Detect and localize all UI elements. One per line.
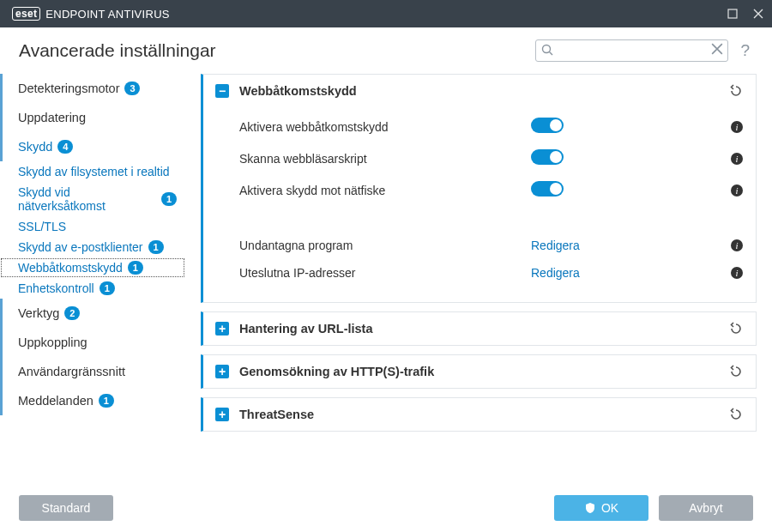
brand: eset ENDPOINT ANTIVIRUS bbox=[12, 7, 170, 21]
sidebar-sub-skydd-filsystem[interactable]: Skydd av filsystemet i realtid bbox=[0, 161, 185, 182]
row-label: Skanna webbläsarskript bbox=[239, 152, 531, 166]
clear-search-icon[interactable] bbox=[711, 43, 723, 55]
panel-head[interactable]: + Hantering av URL-lista bbox=[203, 312, 756, 345]
search-icon bbox=[540, 43, 554, 57]
content: − Webbåtkomstskydd Aktivera webbåtkomsts… bbox=[185, 70, 772, 513]
body: Detekteringsmotor 3 Uppdatering Skydd 4 … bbox=[0, 70, 772, 513]
sidebar-item-verktyg[interactable]: Verktyg 2 bbox=[0, 299, 185, 328]
sidebar-sub-webbatkomst[interactable]: Webbåtkomstskydd 1 bbox=[0, 257, 185, 278]
search-wrap bbox=[535, 39, 728, 62]
sidebar-sub-ssltls[interactable]: SSL/TLS bbox=[0, 216, 185, 237]
window-controls bbox=[727, 9, 763, 19]
badge: 1 bbox=[148, 240, 164, 254]
search-input[interactable] bbox=[535, 39, 728, 62]
sidebar-item-grans[interactable]: Användargränssnitt bbox=[0, 357, 185, 386]
panel-head[interactable]: + ThreatSense bbox=[203, 398, 756, 431]
panel-title: ThreatSense bbox=[239, 408, 314, 421]
button-label: Avbryt bbox=[689, 501, 722, 515]
undo-icon[interactable] bbox=[728, 321, 744, 336]
panel-webbatkomstskydd: − Webbåtkomstskydd Aktivera webbåtkomsts… bbox=[201, 74, 757, 303]
undo-icon[interactable] bbox=[728, 83, 744, 99]
row-label: Aktivera webbåtkomstskydd bbox=[239, 120, 531, 134]
edit-uteslutna-ip[interactable]: Redigera bbox=[531, 266, 580, 280]
svg-text:i: i bbox=[735, 268, 738, 278]
row-uteslutna-ip: Uteslutna IP-adresser Redigera i bbox=[239, 259, 744, 287]
header: Avancerade inställningar ? bbox=[0, 27, 772, 70]
titlebar: eset ENDPOINT ANTIVIRUS bbox=[0, 0, 772, 27]
ok-button[interactable]: OK bbox=[554, 495, 648, 521]
page-title: Avancerade inställningar bbox=[19, 40, 216, 61]
sidebar-item-uppdatering[interactable]: Uppdatering bbox=[0, 103, 185, 132]
info-icon[interactable]: i bbox=[730, 120, 744, 134]
expand-icon: + bbox=[215, 365, 229, 378]
panel-head[interactable]: + Genomsökning av HTTP(S)-trafik bbox=[203, 355, 756, 388]
sidebar-sub-epost[interactable]: Skydd av e-postklienter 1 bbox=[0, 237, 185, 257]
panel-title: Genomsökning av HTTP(S)-trafik bbox=[239, 365, 434, 378]
sidebar-item-label: Meddelanden bbox=[18, 394, 93, 408]
footer: Standard OK Avbryt bbox=[0, 484, 772, 532]
info-icon[interactable]: i bbox=[730, 152, 744, 166]
svg-text:i: i bbox=[735, 154, 738, 164]
row-undantagna-program: Undantagna program Redigera i bbox=[239, 232, 744, 259]
sidebar-item-label: Skydd vid nätverksåtkomst bbox=[18, 185, 156, 213]
row-skanna-skript: Skanna webbläsarskript i bbox=[239, 142, 744, 174]
svg-text:i: i bbox=[735, 122, 738, 132]
row-label: Aktivera skydd mot nätfiske bbox=[239, 184, 531, 197]
badge: 1 bbox=[128, 261, 143, 275]
help-button[interactable]: ? bbox=[737, 41, 753, 60]
toggle-skanna-skript[interactable] bbox=[531, 149, 564, 165]
sidebar-item-meddelanden[interactable]: Meddelanden 1 bbox=[0, 386, 185, 415]
sidebar-item-label: Skydd av e-postklienter bbox=[18, 240, 143, 254]
badge: 2 bbox=[64, 306, 80, 320]
window-close-icon[interactable] bbox=[753, 9, 763, 19]
svg-text:i: i bbox=[735, 240, 738, 251]
sidebar-item-uppkoppling[interactable]: Uppkoppling bbox=[0, 328, 185, 357]
toggle-aktivera-webbatkomst[interactable] bbox=[531, 118, 564, 133]
button-label: Standard bbox=[42, 501, 91, 515]
sidebar-item-label: Detekteringsmotor bbox=[18, 82, 119, 95]
badge: 3 bbox=[124, 82, 140, 95]
info-icon[interactable]: i bbox=[730, 266, 744, 280]
sidebar: Detekteringsmotor 3 Uppdatering Skydd 4 … bbox=[0, 70, 185, 513]
sidebar-item-label: Enhetskontroll bbox=[18, 281, 94, 295]
cancel-button[interactable]: Avbryt bbox=[659, 495, 753, 521]
panel-title: Hantering av URL-lista bbox=[239, 322, 373, 336]
sidebar-item-label: Webbåtkomstskydd bbox=[18, 261, 123, 275]
product-name: ENDPOINT ANTIVIRUS bbox=[45, 8, 170, 21]
badge: 1 bbox=[99, 394, 114, 408]
sidebar-item-detekteringsmotor[interactable]: Detekteringsmotor 3 bbox=[0, 74, 185, 103]
panel-threatsense: + ThreatSense bbox=[201, 397, 757, 432]
brand-logo: eset bbox=[12, 7, 40, 21]
sidebar-item-label: Uppdatering bbox=[18, 111, 86, 124]
collapse-icon: − bbox=[215, 84, 229, 98]
panel-https-trafik: + Genomsökning av HTTP(S)-trafik bbox=[201, 354, 757, 389]
badge: 1 bbox=[161, 192, 177, 206]
badge: 1 bbox=[100, 281, 115, 295]
undo-icon[interactable] bbox=[728, 364, 744, 379]
row-label: Uteslutna IP-adresser bbox=[239, 266, 531, 280]
sidebar-item-label: Uppkoppling bbox=[18, 336, 87, 349]
sidebar-item-label: SSL/TLS bbox=[18, 220, 66, 233]
window-maximize-icon[interactable] bbox=[727, 9, 738, 19]
default-button[interactable]: Standard bbox=[19, 495, 113, 521]
sidebar-item-skydd[interactable]: Skydd 4 bbox=[0, 132, 185, 161]
undo-icon[interactable] bbox=[728, 407, 744, 422]
sidebar-sub-enhetskontroll[interactable]: Enhetskontroll 1 bbox=[0, 278, 185, 299]
panel-head[interactable]: − Webbåtkomstskydd bbox=[203, 75, 756, 107]
toggle-natfiske[interactable] bbox=[531, 181, 564, 196]
button-label: OK bbox=[601, 501, 618, 515]
sidebar-item-label: Skydd bbox=[18, 140, 52, 154]
svg-rect-0 bbox=[728, 9, 737, 18]
info-icon[interactable]: i bbox=[730, 184, 744, 197]
row-aktivera-webbatkomst: Aktivera webbåtkomstskydd i bbox=[239, 111, 744, 142]
svg-point-1 bbox=[543, 45, 551, 53]
row-label: Undantagna program bbox=[239, 239, 531, 252]
svg-text:i: i bbox=[735, 185, 738, 196]
panel-url-lista: + Hantering av URL-lista bbox=[201, 311, 757, 346]
expand-icon: + bbox=[215, 322, 229, 336]
info-icon[interactable]: i bbox=[730, 239, 744, 252]
edit-undantagna-program[interactable]: Redigera bbox=[531, 239, 580, 252]
shield-icon bbox=[584, 502, 596, 514]
sidebar-sub-natverk[interactable]: Skydd vid nätverksåtkomst 1 bbox=[0, 182, 185, 216]
sidebar-item-label: Användargränssnitt bbox=[18, 365, 125, 378]
